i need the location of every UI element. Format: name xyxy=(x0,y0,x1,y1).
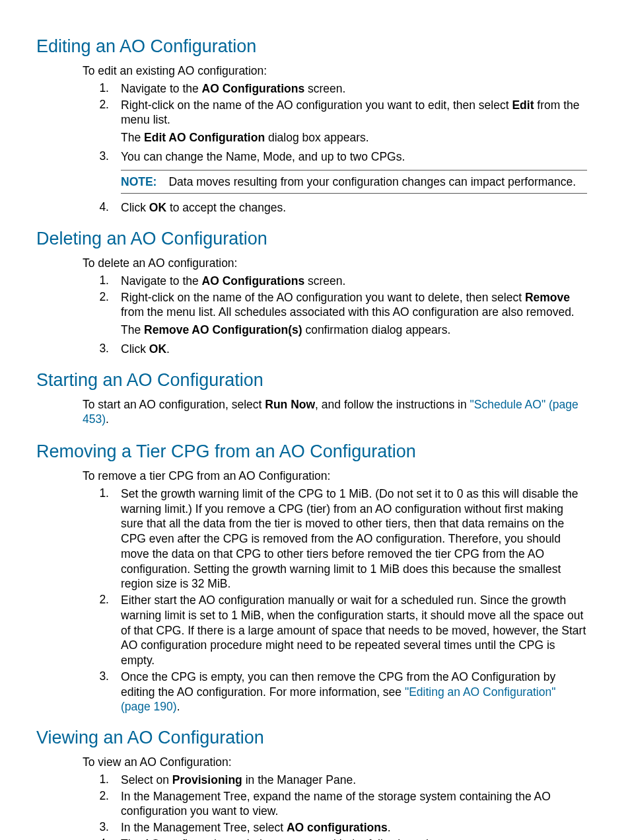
viewing-step-2: 2. In the Management Tree, expand the na… xyxy=(83,789,587,820)
heading-starting: Starting an AO Configuration xyxy=(36,370,594,391)
deleting-step-3: 3. Click OK. xyxy=(83,342,587,357)
editing-step-4: 4. Click OK to accept the changes. xyxy=(83,200,587,215)
heading-editing: Editing an AO Configuration xyxy=(36,36,594,57)
removing-step-2: 2. Either start the AO configuration man… xyxy=(83,593,587,668)
deleting-step-1: 1. Navigate to the AO Configurations scr… xyxy=(83,274,587,289)
editing-step-3: 3. You can change the Name, Mode, and up… xyxy=(83,149,587,200)
starting-para: To start an AO configuration, select Run… xyxy=(83,397,587,428)
heading-viewing: Viewing an AO Configuration xyxy=(36,728,594,748)
editing-step-2: 2. Right-click on the name of the AO con… xyxy=(83,98,587,148)
viewing-intro: To view an AO Configuration: xyxy=(83,755,587,770)
viewing-step-3: 3. In the Management Tree, select AO con… xyxy=(83,820,587,835)
note-text: Data moves resulting from your configura… xyxy=(168,175,576,188)
editing-intro: To edit an existing AO configuration: xyxy=(83,63,587,79)
deleting-step-2: 2. Right-click on the name of the AO con… xyxy=(83,290,587,340)
viewing-step-4: 4. The AO configurations window appears … xyxy=(83,837,587,840)
viewing-step-1: 1. Select on Provisioning in the Manager… xyxy=(83,773,587,788)
removing-step-3: 3. Once the CPG is empty, you can then r… xyxy=(83,669,587,714)
note-label: NOTE: xyxy=(121,175,157,188)
editing-step-1: 1. Navigate to the AO Configurations scr… xyxy=(83,81,587,96)
heading-removing: Removing a Tier CPG from an AO Configura… xyxy=(36,441,594,462)
removing-intro: To remove a tier CPG from an AO Configur… xyxy=(83,469,587,484)
note-box: NOTE:Data moves resulting from your conf… xyxy=(121,170,587,194)
deleting-intro: To delete an AO configuration: xyxy=(83,256,587,271)
removing-step-1: 1. Set the growth warning limit of the C… xyxy=(83,486,587,592)
heading-deleting: Deleting an AO Configuration xyxy=(36,229,594,249)
